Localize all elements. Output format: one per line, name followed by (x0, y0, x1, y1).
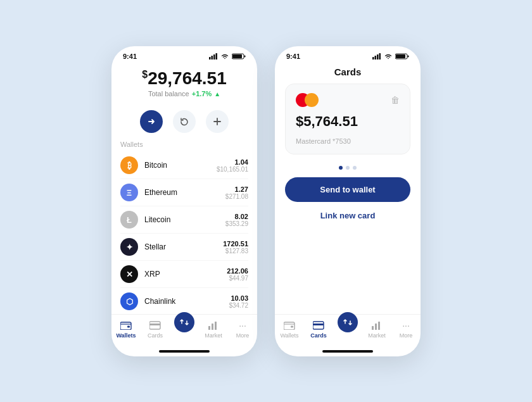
svg-rect-26 (375, 323, 377, 330)
refresh-button[interactable] (173, 110, 196, 133)
send-to-wallet-button[interactable]: Send to wallet (285, 177, 410, 202)
wallet-list: ₿ Bitcoin 1.04 $10,165.01 Ξ Ethereum 1.2… (120, 152, 248, 313)
wallet-coin-icon: Ξ (120, 184, 138, 201)
refresh-icon (180, 117, 189, 126)
credit-card: 🗑 $5,764.51 Mastercard *7530 (285, 84, 410, 154)
nav-market-2[interactable]: Market (362, 320, 391, 339)
svg-rect-6 (232, 54, 242, 58)
svg-rect-17 (379, 53, 381, 60)
card-icon (149, 321, 161, 330)
wallet-amounts: 1.04 $10,165.01 (217, 158, 248, 173)
nav-more-label-1: More (236, 332, 250, 339)
balance-amount: $29,764.51 (122, 68, 247, 89)
phone1-content: $29,764.51 Total balance +1.7% ▲ (111, 63, 257, 314)
svg-rect-15 (375, 56, 377, 60)
swap-icon-2 (343, 317, 353, 327)
wallet-coin-icon: Ł (120, 211, 138, 229)
cards-nav-icon-2 (312, 320, 325, 331)
balance-subtitle: Total balance +1.7% ▲ (122, 90, 247, 97)
dot-3 (353, 166, 357, 170)
wallet-name: Bitcoin (144, 161, 217, 170)
market-nav-icon-2 (370, 320, 383, 331)
svg-rect-20 (396, 54, 405, 58)
wallets-label: Wallets (120, 141, 248, 148)
status-icons-1 (209, 53, 246, 60)
dot-1 (339, 166, 343, 170)
nav-cards-1[interactable]: Cards (141, 320, 170, 339)
svg-rect-19 (408, 55, 409, 57)
nav-more-label-2: More (400, 332, 413, 339)
wallet-crypto-amount: 8.02 (225, 213, 248, 220)
wifi-icon-2 (384, 53, 393, 60)
wallet-usd-amount: $271.08 (225, 193, 248, 200)
phone2-content: Cards 🗑 $5,764.51 Mastercard *7530 (275, 63, 421, 314)
wallet-usd-amount: $44.97 (227, 275, 248, 282)
signal-icon-2 (372, 53, 381, 60)
dollar-sign: $ (142, 68, 148, 79)
wallet-coin-icon: ✕ (120, 265, 138, 283)
wallet-usd-amount: $34.72 (229, 302, 248, 309)
nav-more-1[interactable]: ··· More (228, 320, 257, 339)
wallet-item[interactable]: ✦ Stellar 1720.51 $127.83 (120, 234, 248, 261)
delete-card-icon[interactable]: 🗑 (391, 95, 400, 105)
nav-market-1[interactable]: Market (199, 320, 228, 339)
wallet-amounts: 1.27 $271.08 (225, 185, 248, 200)
svg-rect-25 (372, 326, 374, 330)
swap-button-1[interactable] (174, 312, 194, 332)
svg-rect-16 (377, 54, 379, 60)
wifi-icon-1 (220, 53, 229, 60)
svg-rect-8 (127, 325, 130, 327)
arrow-up-icon: ▲ (214, 91, 220, 97)
status-bar-2: 9:41 (275, 46, 421, 63)
nav-swap-1[interactable] (170, 320, 199, 339)
wallet-item[interactable]: ₿ Bitcoin 1.04 $10,165.01 (120, 152, 248, 179)
link-new-card-button[interactable]: Link new card (275, 206, 421, 225)
wallet-crypto-amount: 1.04 (217, 158, 248, 166)
wallet-item[interactable]: Ł Litecoin 8.02 $353.29 (120, 206, 248, 234)
wallet-name: Stellar (144, 242, 223, 251)
page-title: Cards (275, 63, 421, 84)
status-bar-1: 9:41 (111, 46, 257, 63)
wallet-item[interactable]: ⬡ Chainlink 10.03 $34.72 (120, 288, 248, 313)
swap-button-2[interactable] (338, 312, 358, 332)
svg-rect-14 (372, 57, 374, 60)
add-button[interactable] (206, 110, 229, 133)
card-top-row: 🗑 (296, 93, 400, 107)
nav-cards-label-2: Cards (310, 332, 327, 339)
wallet-item[interactable]: Ξ Ethereum 1.27 $271.08 (120, 179, 248, 206)
nav-wallets-label-1: Wallets (116, 332, 136, 339)
market-nav-icon (207, 320, 220, 331)
wallet-coin-icon: ₿ (120, 156, 138, 174)
card-icon-2 (313, 321, 324, 330)
signal-icon-1 (209, 53, 218, 60)
send-button[interactable] (140, 110, 163, 133)
balance-change: +1.7% (192, 90, 212, 97)
svg-rect-24 (313, 323, 324, 325)
wallets-section: Wallets ₿ Bitcoin 1.04 $10,165.01 Ξ Ethe… (111, 141, 257, 313)
more-nav-icon: ··· (236, 320, 249, 331)
market-icon-2 (371, 321, 383, 330)
svg-rect-13 (215, 322, 217, 330)
wallet-amounts: 1720.51 $127.83 (223, 240, 248, 254)
more-dots-2: ··· (402, 321, 410, 330)
wallet-crypto-amount: 1720.51 (223, 240, 248, 248)
phones-container: 9:41 (111, 46, 421, 356)
add-icon (213, 117, 222, 126)
nav-wallets-1[interactable]: Wallets (111, 320, 141, 339)
nav-wallets-2[interactable]: Wallets (275, 320, 304, 339)
nav-more-2[interactable]: ··· More (391, 320, 421, 339)
more-nav-icon-2: ··· (400, 320, 412, 331)
svg-rect-22 (291, 325, 293, 327)
wallet-name: Chainlink (144, 297, 229, 306)
wallet-item[interactable]: ✕ XRP 212.06 $44.97 (120, 261, 248, 288)
nav-swap-2[interactable] (333, 320, 362, 339)
more-dots: ··· (239, 321, 246, 330)
swap-icon-1 (179, 317, 189, 327)
status-time-2: 9:41 (286, 53, 300, 60)
card-carousel: 🗑 $5,764.51 Mastercard *7530 (275, 84, 421, 154)
wallet-name: XRP (144, 270, 227, 279)
nav-cards-2[interactable]: Cards (304, 320, 333, 339)
nav-market-label-1: Market (205, 332, 222, 339)
mc-circle-orange (305, 93, 319, 107)
bottom-nav-2: Wallets Cards (275, 314, 421, 348)
